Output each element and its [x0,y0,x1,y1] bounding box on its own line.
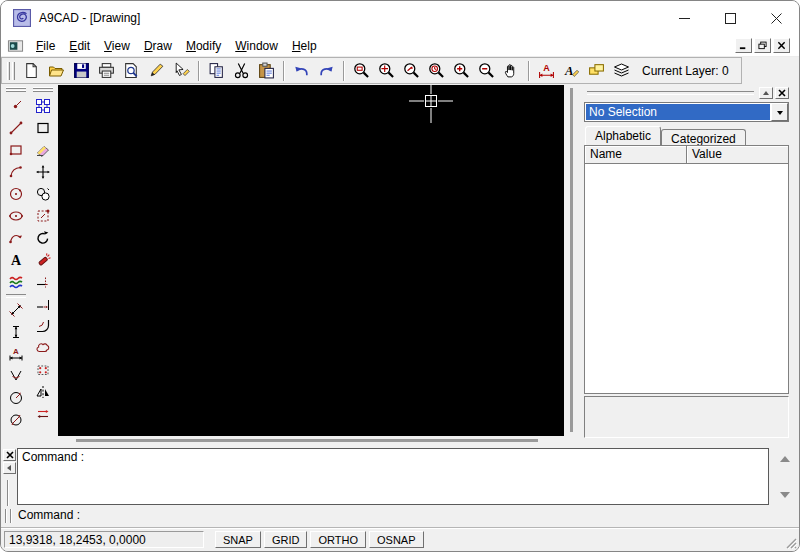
menu-1[interactable]: Edit [62,37,97,55]
menu-5[interactable]: Window [228,37,285,55]
tool-offset[interactable] [31,403,55,425]
tool-arc[interactable] [4,161,28,183]
scroll-down-icon[interactable] [780,492,790,503]
toolbar-button-pan[interactable] [499,59,524,83]
tool-hatch[interactable] [4,271,28,293]
tool-dim-angular[interactable] [4,365,28,387]
tool-trim[interactable] [31,271,55,293]
tool-point[interactable] [4,95,28,117]
menu-3[interactable]: Draw [137,37,179,55]
document-icon[interactable] [7,39,24,53]
command-grip[interactable] [7,480,9,506]
selection-dropdown[interactable]: No Selection [584,102,789,122]
tool-erase[interactable] [31,139,55,161]
scroll-up-icon[interactable] [780,451,790,462]
toggle-ortho[interactable]: ORTHO [310,531,366,548]
hscroll-thumb[interactable] [76,439,538,442]
toolbar-button-zoom-dynamic[interactable] [399,59,424,83]
tool-rotate[interactable] [31,227,55,249]
tool-polyline[interactable] [4,227,28,249]
canvas-vscrollbar[interactable] [564,85,578,444]
tool-array[interactable] [31,359,55,381]
modify-toolbar-grip[interactable] [33,87,53,93]
erase-icon [35,142,51,158]
tool-dim-horizontal[interactable]: A [4,343,28,365]
tool-explode[interactable] [31,249,55,271]
toolbar-button-zoom-extents[interactable] [374,59,399,83]
tool-dim-aligned[interactable] [4,299,28,321]
toolbar-button-dimension-style[interactable]: A [534,59,559,83]
tool-line[interactable] [4,117,28,139]
close-button[interactable] [753,1,799,35]
draw-toolbar-grip[interactable] [6,87,26,93]
tool-dim-radius[interactable] [4,387,28,409]
tool-dim-diameter[interactable] [4,409,28,431]
toggle-snap[interactable]: SNAP [215,531,261,548]
menu-0[interactable]: File [29,37,62,55]
tool-select[interactable] [31,95,55,117]
toolbar-button-layers[interactable] [609,59,634,83]
tab-categorized[interactable]: Categorized [661,129,746,145]
toolbar-button-zoom-in[interactable] [449,59,474,83]
command-prompt[interactable]: Command : [18,508,80,522]
toolbar-button-cut[interactable] [229,59,254,83]
tool-move[interactable] [31,161,55,183]
mdi-restore-button[interactable] [754,38,771,53]
toolbar-button-copy[interactable] [204,59,229,83]
maximize-button[interactable] [707,1,753,35]
panel-grip[interactable] [587,91,754,95]
command-history[interactable]: Command : [17,448,769,505]
drawing-canvas[interactable] [58,85,564,436]
toolbar-button-undo[interactable] [289,59,314,83]
tool-revision-cloud[interactable] [31,337,55,359]
prompt-grip[interactable] [5,509,12,523]
panel-collapse-button[interactable] [759,87,773,99]
toolbar-button-pick[interactable] [169,59,194,83]
toggle-osnap[interactable]: OSNAP [369,531,424,548]
toolbar-button-properties[interactable] [584,59,609,83]
menu-6[interactable]: Help [285,37,324,55]
toolbar-button-zoom-window[interactable] [349,59,374,83]
toolbar-button-new[interactable] [19,59,44,83]
tool-circle[interactable] [4,183,28,205]
menu-4[interactable]: Modify [179,37,228,55]
tool-ellipse[interactable] [4,205,28,227]
toolbar-button-print[interactable] [94,59,119,83]
command-close-button[interactable] [3,449,16,461]
toolbar-button-text-style[interactable]: A [559,59,584,83]
dim-vertical-icon [8,324,24,340]
mdi-close-button[interactable] [773,38,790,53]
menu-2[interactable]: View [97,37,137,55]
toolbar-button-edit-pencil[interactable] [144,59,169,83]
toolbar-grip[interactable] [7,62,15,80]
tool-copy-object[interactable] [31,183,55,205]
dropdown-arrow-button[interactable] [771,103,788,121]
minimize-button[interactable] [661,1,707,35]
tab-alphabetic[interactable]: Alphabetic [585,126,661,145]
command-scrollbar[interactable] [777,451,793,503]
toolbar-button-zoom-out[interactable] [474,59,499,83]
toolbar-button-paste[interactable] [254,59,279,83]
toggle-grid[interactable]: GRID [264,531,308,548]
toolbar-button-open[interactable] [44,59,69,83]
tool-scale[interactable] [31,205,55,227]
vscroll-thumb[interactable] [570,88,573,432]
canvas-hscrollbar[interactable] [58,436,564,444]
toolbar-button-zoom-previous[interactable] [424,59,449,83]
command-collapse-button[interactable] [3,462,16,474]
column-header-value[interactable]: Value [687,146,788,164]
tool-extend[interactable] [31,293,55,315]
column-header-name[interactable]: Name [585,146,687,164]
tool-select-window[interactable] [31,117,55,139]
tool-dim-vertical[interactable] [4,321,28,343]
tool-fillet[interactable] [31,315,55,337]
tool-text[interactable]: A [4,249,28,271]
toolbar-button-redo[interactable] [314,59,339,83]
tool-rectangle[interactable] [4,139,28,161]
panel-close-button[interactable] [775,87,789,99]
toolbar-button-save[interactable] [69,59,94,83]
resize-grip[interactable] [783,535,797,549]
toolbar-button-print-preview[interactable] [119,59,144,83]
mdi-minimize-button[interactable] [735,38,752,53]
tool-mirror[interactable] [31,381,55,403]
